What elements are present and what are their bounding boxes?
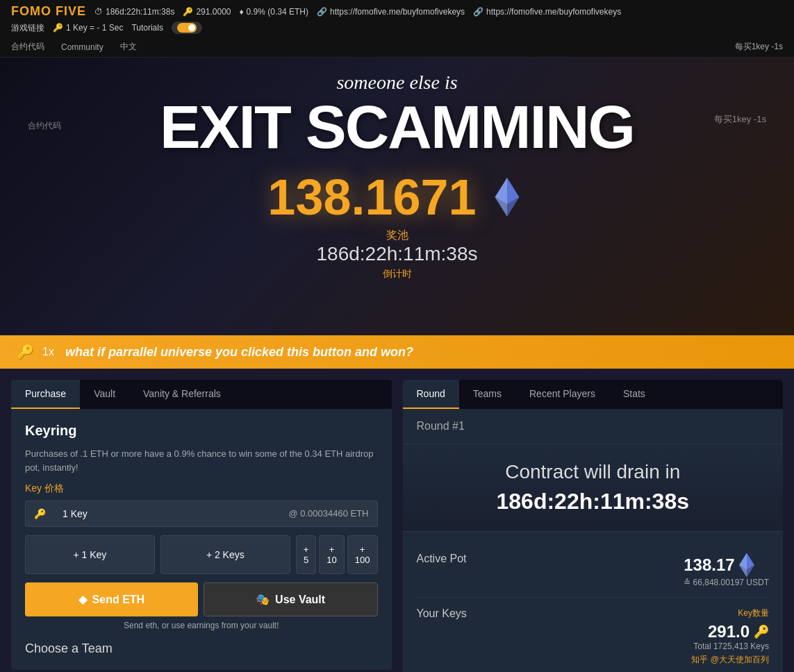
right-panel: Round Teams Recent Players Stats Round #…	[403, 380, 784, 672]
add-keys-row: + 1 Key + 2 Keys +5 +10 +100	[25, 535, 378, 574]
action-banner[interactable]: 🔑 1x what if parrallel universe you clic…	[0, 335, 794, 369]
link2[interactable]: 🔗 https://fomofive.me/buyfomofivekeys	[473, 7, 621, 17]
clock-icon: ⏱	[94, 7, 103, 17]
contract-link[interactable]: 合约代码	[11, 41, 44, 53]
community-link[interactable]: Community	[61, 42, 104, 52]
left-tabs: Purchase Vault Vanity & Referrals	[11, 380, 392, 409]
banner-action-text: what if parrallel universe you clicked t…	[65, 345, 413, 360]
add-2-keys-button[interactable]: + 2 Keys	[160, 535, 290, 574]
your-keys-sub: Total 1725,413 Keys	[693, 641, 769, 651]
key-icon: 🔑	[183, 7, 193, 17]
keys-display: 🔑 291.0000	[183, 7, 231, 17]
right-content: Round Teams Recent Players Stats Round #…	[403, 380, 784, 672]
svg-marker-7	[739, 553, 747, 569]
tab-vault[interactable]: Vault	[80, 380, 129, 409]
price-display: @ 0.00034460 ETH	[280, 501, 377, 527]
top-nav: FOMO FIVE ⏱ 186d:22h:11m:38s 🔑 291.0000 …	[0, 0, 794, 38]
key-time: 🔑 1 Key = - 1 Sec	[53, 23, 123, 33]
section-title: Keyring	[25, 423, 378, 439]
logo: FOMO FIVE	[11, 4, 86, 19]
key-small-icon: 🔑	[53, 23, 63, 33]
timer-display: ⏱ 186d:22h:11m:38s	[94, 7, 174, 17]
action-buttons: ◆ Send ETH 🎭 Use Vault	[25, 582, 378, 616]
choose-team-title: Choose a Team	[25, 641, 378, 656]
hero-subtitle: someone else is	[0, 72, 794, 94]
tooltip-zhihu: 知乎 @大天使加百列	[691, 654, 769, 666]
pot-value: 138.1671	[267, 169, 476, 226]
add-more-group: +5 +10 +100	[296, 535, 378, 574]
active-pot-value: 138.17 ≙ 66,848.00197 USDT	[684, 553, 769, 587]
toggle-slider	[177, 23, 197, 33]
send-eth-button[interactable]: ◆ Send ETH	[25, 582, 198, 616]
tab-recent-players[interactable]: Recent Players	[515, 380, 609, 409]
link-icon-2: 🔗	[473, 7, 483, 17]
pot-label: 奖池	[386, 228, 408, 243]
add-10-button[interactable]: +10	[319, 535, 344, 574]
your-keys-row: Your Keys Key数量 291.0 🔑 Total 1725,413 K…	[417, 598, 770, 672]
hero-labels: 奖池	[0, 228, 794, 243]
key-prefix-icon: 🔑	[25, 501, 54, 527]
tab-teams[interactable]: Teams	[459, 380, 515, 409]
nav-left: FOMO FIVE ⏱ 186d:22h:11m:38s 🔑 291.0000 …	[11, 4, 621, 19]
hero-timer: 186d:22h:11m:38s	[0, 243, 794, 265]
banner-key-count: 1x	[42, 346, 54, 358]
your-keys-label: Your Keys	[417, 607, 467, 620]
svg-marker-3	[495, 178, 507, 205]
key-count-label: Key数量	[738, 607, 769, 619]
right-tabs: Round Teams Recent Players Stats	[403, 380, 784, 409]
add-5-button[interactable]: +5	[296, 535, 317, 574]
contract-drain-timer: 186d:22h:11m:38s	[417, 489, 770, 514]
left-tab-content: Keyring Purchases of .1 ETH or more have…	[11, 409, 392, 670]
eth-icon-pot	[739, 553, 754, 578]
active-pot-row: Active Pot 138.17 ≙ 66,8	[417, 543, 770, 598]
nav-right: 游戏链接 🔑 1 Key = - 1 Sec Tutorials	[11, 22, 202, 34]
eth-send-icon: ◆	[78, 593, 87, 606]
contract-code-label[interactable]: 合约代码	[28, 120, 61, 132]
timer-label: 倒计时	[0, 268, 794, 280]
chinese-link[interactable]: 中文	[120, 41, 137, 53]
hero-pot: 138.1671	[0, 169, 794, 226]
tab-round[interactable]: Round	[403, 380, 459, 409]
key-input[interactable]	[54, 501, 280, 527]
active-pot-sub: ≙ 66,848.00197 USDT	[684, 578, 769, 587]
diamond-icon: ♦	[239, 7, 243, 17]
vault-icon: 🎭	[256, 593, 270, 606]
send-note: Send eth, or use earnings from your vaul…	[25, 621, 378, 630]
hero: 合约代码 每买1key -1s someone else is EXIT SCA…	[0, 58, 794, 335]
left-panel: Purchase Vault Vanity & Referrals Keyrin…	[11, 380, 392, 672]
active-pot-main: 138.17	[684, 553, 769, 578]
game-link[interactable]: 游戏链接	[11, 22, 44, 34]
round-header: Round #1	[403, 409, 784, 444]
use-vault-button[interactable]: 🎭 Use Vault	[204, 582, 378, 616]
add-100-button[interactable]: +100	[347, 535, 378, 574]
info-text: Purchases of .1 ETH or more have a 0.9% …	[25, 447, 378, 474]
tab-purchase[interactable]: Purchase	[11, 380, 80, 409]
add-1-key-button[interactable]: + 1 Key	[25, 535, 155, 574]
buy-per-label: 每买1key -1s	[735, 41, 783, 53]
pot-display: ♦ 0.9% (0.34 ETH)	[239, 7, 308, 17]
tutorials-toggle[interactable]	[172, 22, 202, 34]
banner-key-icon: 🔑	[17, 344, 34, 360]
tab-vanity[interactable]: Vanity & Referrals	[129, 380, 235, 409]
link-icon: 🔗	[317, 7, 327, 17]
your-keys-value: Key数量 291.0 🔑 Total 1725,413 Keys 知乎 @大天…	[691, 607, 769, 666]
tutorials-label: Tutorials	[131, 23, 163, 33]
your-keys-main: 291.0 🔑	[708, 622, 769, 641]
link1[interactable]: 🔗 https://fomofive.me/buyfomofivekeys	[317, 7, 465, 17]
contract-drain-section: Contract will drain in 186d:22h:11m:38s	[403, 444, 784, 532]
tab-stats[interactable]: Stats	[609, 380, 659, 409]
key-price-label: Key 价格	[25, 482, 378, 495]
key-icon-stat: 🔑	[754, 624, 769, 639]
eth-diamond-large	[488, 178, 527, 217]
contract-drain-title: Contract will drain in	[417, 461, 770, 483]
stats-grid: Active Pot 138.17 ≙ 66,8	[403, 532, 784, 672]
key-input-group: 🔑 @ 0.00034460 ETH	[25, 501, 378, 527]
buy-per-right-label: 每买1key -1s	[714, 113, 766, 126]
hero-main-title: EXIT SCAMMING	[0, 96, 794, 158]
active-pot-label: Active Pot	[417, 553, 467, 565]
main-content: Purchase Vault Vanity & Referrals Keyrin…	[0, 369, 794, 672]
sub-nav: 合约代码 Community 中文 每买1key -1s	[0, 38, 794, 58]
